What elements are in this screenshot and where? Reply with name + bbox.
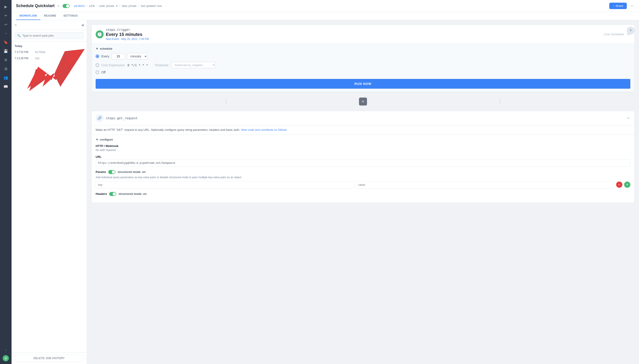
key-input[interactable]: [96, 181, 354, 188]
sidebar-database-icon[interactable]: 💾: [2, 47, 10, 55]
interval-input[interactable]: [112, 53, 125, 60]
get-request-close-button[interactable]: ×: [626, 116, 630, 120]
sidebar: ▶ ✏ ↩ → 🔖 💾 ⚙ ⊞ 👥 📖 ↑ @: [0, 0, 12, 364]
sidebar-history-icon[interactable]: ↩: [2, 20, 10, 28]
version-badge[interactable]: v.3 ▾: [89, 4, 95, 8]
job-row[interactable]: 7:13:28 PM 11s: [12, 55, 87, 62]
search-wrapper: 🔍: [15, 32, 84, 39]
auth-label: No auth required.: [96, 148, 630, 152]
tab-readme[interactable]: README: [40, 12, 60, 20]
params-mode: structured mode: on: [118, 170, 146, 174]
off-radio[interactable]: [96, 70, 99, 74]
right-panel: 🕐 steps.trigger Every 15 minutes Next Ev…: [87, 20, 639, 364]
params-toggle-knob: [112, 170, 115, 174]
collapse-panel-button[interactable]: ◀: [81, 23, 84, 27]
unit-select[interactable]: minutes hours days weeks: [127, 53, 148, 60]
jobs-list: Today 7:17:52 PM 9,172ms 7:13:28 PM 11s: [12, 42, 87, 352]
radio-inner: [97, 56, 98, 57]
cron-radio[interactable]: [96, 64, 99, 67]
header-meta: • pd-demo • v.3 ▾ • code: private ▾ • da…: [63, 4, 162, 8]
params-field-group: Params structured mode: on Add individua…: [96, 170, 630, 188]
sidebar-update-icon[interactable]: ↑: [2, 346, 10, 354]
params-toggle[interactable]: [108, 170, 115, 174]
sidebar-edit-icon[interactable]: ✏: [2, 12, 10, 20]
off-row: Off: [96, 70, 630, 74]
trigger-icon: 🕐: [96, 30, 104, 38]
trigger-step-card: 🕐 steps.trigger Every 15 minutes Next Ev…: [91, 24, 634, 92]
http-label: HTTP / Webhook: [96, 144, 630, 148]
remove-param-button[interactable]: −: [616, 182, 622, 188]
user-avatar[interactable]: @: [3, 355, 9, 361]
every-radio[interactable]: [96, 54, 99, 58]
panel-menu-icon: ≡: [15, 23, 17, 27]
tab-workflow[interactable]: WORKFLOW: [16, 12, 40, 20]
configure-toggle[interactable]: ▼ configure: [96, 138, 630, 141]
workflow-toggle[interactable]: [63, 4, 70, 8]
trigger-next-event: Next Event: May 25, 2021, 7:34 PM: [106, 38, 602, 40]
schedule-toggle[interactable]: ▼ schedule: [96, 47, 630, 50]
more-options-button[interactable]: ···: [629, 3, 634, 9]
trigger-title: Every 15 minutes: [106, 32, 602, 37]
delete-job-history-button[interactable]: DELETE JOB HISTORY: [15, 355, 84, 362]
cron-row: Cron Expression: 0 */1 * * * Timezone: A…: [96, 62, 630, 68]
add-step-button[interactable]: +: [359, 98, 367, 106]
tab-bar: WORKFLOW README SETTINGS: [12, 12, 639, 20]
content-area: ≡ ◀ 🔍 Today 7:17:52 PM: [12, 20, 639, 364]
tz-select[interactable]: America/Los_Angeles: [171, 62, 216, 68]
github-link[interactable]: View code and contribute on Github.: [241, 128, 287, 132]
tab-settings[interactable]: SETTINGS: [60, 12, 81, 20]
get-request-name-block: steps.get_request: [106, 116, 624, 120]
url-input[interactable]: [96, 160, 630, 166]
connector-line-2: [500, 99, 500, 104]
user-link[interactable]: pd-demo: [74, 4, 85, 8]
off-label: Off: [101, 70, 105, 74]
http-field-group: HTTP / Webhook No auth required.: [96, 144, 630, 152]
every-row: Every minutes hours days weeks: [96, 53, 630, 60]
trigger-name-block: steps.trigger Every 15 minutes Next Even…: [106, 28, 602, 40]
headers-toggle-knob: [113, 192, 116, 196]
sidebar-bookmark-icon[interactable]: 🔖: [2, 38, 10, 46]
search-input[interactable]: [23, 34, 81, 37]
job-time: 7:17:52 PM: [15, 50, 32, 54]
page-title: Schedule Quickstart: [16, 4, 55, 8]
sidebar-grid-icon[interactable]: ⊞: [2, 65, 10, 73]
value-input[interactable]: [356, 181, 614, 188]
trigger-code-name: steps.trigger: [106, 28, 602, 32]
get-request-header: 🔗 steps.get_request ×: [92, 111, 634, 126]
schedule-section: ▼ schedule Every minutes hours da: [92, 44, 634, 92]
connector-line: [226, 99, 226, 104]
svg-text:🔗: 🔗: [97, 116, 102, 120]
schedule-section-label: schedule: [100, 47, 112, 50]
help-button[interactable]: ?: [626, 26, 634, 34]
tz-label: Timezone:: [155, 64, 169, 67]
add-param-button[interactable]: +: [624, 182, 630, 188]
job-time: 7:13:28 PM: [15, 57, 32, 60]
cron-value: 0 */1 * * *: [127, 64, 148, 67]
cron-label: Cron Expression:: [101, 64, 125, 67]
sidebar-expand-icon[interactable]: ▶: [2, 3, 10, 11]
params-header: Params structured mode: on: [96, 170, 630, 174]
sidebar-users-icon[interactable]: 👥: [2, 74, 10, 82]
sidebar-settings-icon[interactable]: ⚙: [2, 56, 10, 64]
headers-label: Headers: [96, 192, 107, 196]
job-duration: 11s: [35, 57, 39, 60]
params-label: Params: [96, 170, 106, 174]
params-description: Add individual query parameters as key-v…: [96, 175, 630, 179]
job-row[interactable]: 7:17:52 PM 9,172ms: [12, 49, 87, 55]
code-visibility-toggle[interactable]: ▾: [116, 4, 117, 8]
edit-title-icon[interactable]: ✏: [57, 4, 60, 8]
sidebar-docs-icon[interactable]: 📖: [2, 82, 10, 90]
panel-footer: DELETE JOB HISTORY: [12, 352, 87, 364]
headers-header: Headers structured mode: on: [96, 192, 630, 196]
headers-mode: structured mode: on: [119, 192, 146, 196]
configure-toggle-arrow: ▼: [96, 138, 99, 141]
date-label: Today: [12, 44, 87, 49]
url-label: URL: [96, 155, 630, 158]
headers-toggle[interactable]: [109, 192, 116, 196]
run-now-button[interactable]: RUN NOW: [96, 79, 630, 89]
share-button[interactable]: ↑ Share: [609, 3, 627, 9]
sidebar-arrow-icon[interactable]: →: [2, 29, 10, 37]
last-updated: last updated: now: [141, 4, 162, 8]
search-icon: 🔍: [17, 34, 21, 37]
get-request-icons: 🔗: [96, 114, 104, 122]
